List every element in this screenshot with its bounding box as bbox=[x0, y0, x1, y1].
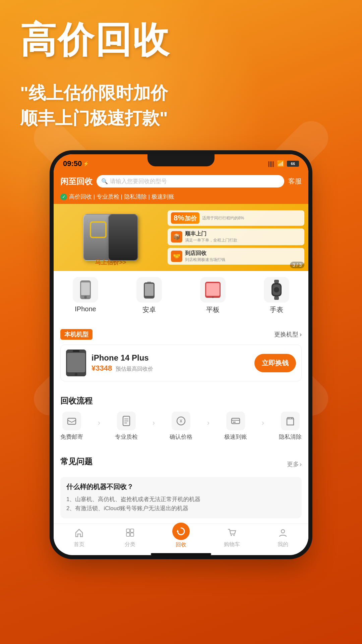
iphone-icon bbox=[73, 277, 98, 303]
store-icon: 🤝 bbox=[171, 251, 182, 262]
svg-rect-15 bbox=[67, 353, 85, 372]
svg-point-13 bbox=[274, 287, 279, 292]
faq-card[interactable]: 什么样的机器不回收？ 1、山寨机、高仿机、盗抢机或者无法正常开机的机器 2、有激… bbox=[60, 477, 302, 518]
model-info: iPhone 14 Plus ¥3348 预估最高回收价 bbox=[92, 353, 249, 373]
wifi-icon: 📶 bbox=[277, 160, 284, 167]
phone-notch bbox=[147, 154, 215, 166]
svg-marker-35 bbox=[177, 530, 179, 532]
svg-point-17 bbox=[75, 373, 77, 376]
tag-bar-text: 高价回收 | 专业质检 | 隐私清除 | 极速到账 bbox=[69, 193, 174, 201]
flow-label-2: 专业质检 bbox=[115, 433, 138, 441]
category-android[interactable]: 安卓 bbox=[117, 277, 181, 314]
nav-cart-label: 购物车 bbox=[224, 541, 240, 548]
banner-page-indicator: 3 / 3 bbox=[290, 262, 304, 268]
status-time: 09:50 ⚡ bbox=[63, 159, 89, 168]
svg-rect-4 bbox=[145, 284, 154, 296]
model-price-row: ¥3348 预估最高回收价 bbox=[92, 364, 249, 373]
category-iphone-label: IPhone bbox=[75, 305, 96, 313]
model-phone-image bbox=[66, 350, 86, 376]
faq-answer: 1、山寨机、高仿机、盗抢机或者无法正常开机的机器 2、有激活锁、iCloud账号… bbox=[66, 495, 296, 513]
model-card: iPhone 14 Plus ¥3348 预估最高回收价 立即换钱 bbox=[60, 344, 302, 381]
bottom-nav: 首页 分类 回收 购物车 我的 bbox=[54, 524, 308, 550]
model-header: 本机机型 更换机型 › bbox=[60, 329, 302, 340]
chevron-right-icon: › bbox=[300, 331, 302, 338]
model-price-label: 预估最高回收价 bbox=[116, 366, 153, 372]
flow-arrow-2: › bbox=[153, 419, 155, 427]
search-bar[interactable]: 🔍 请输入您要回收的型号 bbox=[97, 175, 284, 187]
category-row: IPhone 安卓 平板 手表 bbox=[54, 271, 308, 320]
chevron-right-icon-2: › bbox=[300, 461, 302, 468]
check-icon: ✓ bbox=[60, 194, 67, 200]
phone-images bbox=[86, 214, 135, 261]
svg-rect-27 bbox=[233, 422, 236, 423]
flow-item-4: 极速到账 bbox=[224, 412, 247, 441]
svg-rect-10 bbox=[274, 297, 279, 300]
signal-icon: |||| bbox=[268, 160, 274, 167]
svg-point-36 bbox=[231, 535, 232, 536]
flow-item-3: ¥ 确认价格 bbox=[170, 412, 192, 441]
flow-arrow-3: › bbox=[207, 419, 209, 427]
svg-rect-33 bbox=[126, 533, 130, 536]
customer-service-button[interactable]: 客服 bbox=[288, 177, 302, 186]
svg-rect-31 bbox=[126, 529, 130, 532]
faq-section: 常见问题 更多 › 什么样的机器不回收？ 1、山寨机、高仿机、盗抢机或者无法正常… bbox=[54, 451, 308, 524]
model-section: 本机机型 更换机型 › iPhone 14 Plus ¥3348 预估最高回收价… bbox=[54, 324, 308, 387]
recycle-icon bbox=[172, 527, 190, 540]
phone-mockup: 09:50 ⚡ |||| 📶 66 闲至回收 🔍 请输入您要回收的型号 客服 ✓… bbox=[54, 154, 308, 555]
banner-right: 8% 加价 适用于同行行程约的8% 📦 顺丰上门 满足一单下单，全程上门打款 🤝… bbox=[168, 206, 308, 269]
category-android-label: 安卓 bbox=[142, 305, 156, 314]
flow-label-1: 免费邮寄 bbox=[60, 433, 83, 441]
cart-icon bbox=[227, 528, 237, 540]
flow-item-2: 专业质检 bbox=[115, 412, 138, 441]
svg-rect-9 bbox=[274, 280, 279, 283]
category-tablet[interactable]: 平板 bbox=[181, 277, 245, 314]
delivery-icon: 📦 bbox=[171, 231, 182, 243]
category-iphone[interactable]: IPhone bbox=[54, 277, 117, 314]
category-watch-label: 手表 bbox=[270, 305, 283, 314]
home-indicator bbox=[151, 553, 211, 555]
faq-question: 什么样的机器不回收？ bbox=[66, 482, 296, 491]
banner-tag-1: 8% 加价 适用于同行行程约的8% bbox=[168, 210, 304, 226]
flow-label-4: 极速到账 bbox=[224, 433, 247, 441]
svg-point-8 bbox=[212, 297, 214, 298]
flow-label-5: 隐私清除 bbox=[279, 433, 302, 441]
nav-category[interactable]: 分类 bbox=[105, 528, 156, 548]
status-icons: |||| 📶 66 bbox=[268, 160, 299, 167]
mine-icon bbox=[278, 528, 288, 540]
model-change-button[interactable]: 更换机型 › bbox=[274, 330, 302, 338]
svg-rect-18 bbox=[68, 418, 76, 424]
faq-header: 常见问题 更多 › bbox=[60, 456, 302, 472]
app-logo: 闲至回收 bbox=[60, 176, 93, 187]
tag-bar: ✓ 高价回收 | 专业质检 | 隐私清除 | 极速到账 bbox=[54, 191, 308, 204]
faq-more-button[interactable]: 更多 › bbox=[287, 460, 302, 468]
nav-home-label: 首页 bbox=[74, 541, 84, 548]
category-watch[interactable]: 手表 bbox=[245, 277, 308, 314]
svg-rect-32 bbox=[130, 529, 134, 532]
hero-subtitle-line1: "线上估价限时加价 bbox=[20, 80, 168, 106]
nav-recycle[interactable]: 回收 bbox=[156, 527, 206, 548]
exchange-button[interactable]: 立即换钱 bbox=[254, 354, 296, 372]
banner-tag-3-content: 到店回收 到店检测极速当场打钱 bbox=[185, 250, 225, 263]
faq-answer-2: 2、有激活锁、iCloud账号等账户无法退出的机器 bbox=[66, 504, 296, 513]
banner-tag-3: 🤝 到店回收 到店检测极速当场打钱 bbox=[168, 248, 304, 265]
nav-home[interactable]: 首页 bbox=[54, 528, 105, 548]
category-tablet-label: 平板 bbox=[206, 305, 220, 314]
banner-left: 马上估价>> bbox=[54, 204, 168, 271]
nav-mine[interactable]: 我的 bbox=[257, 528, 308, 548]
flow-icon-4 bbox=[226, 412, 245, 430]
faq-title: 常见问题 bbox=[60, 456, 93, 467]
svg-rect-34 bbox=[130, 533, 134, 536]
banner[interactable]: 马上估价>> 8% 加价 适用于同行行程约的8% 📦 顺丰上门 满足一单下单，全… bbox=[54, 204, 308, 271]
battery-icon: 66 bbox=[287, 161, 299, 167]
category-icon bbox=[125, 528, 135, 540]
hero-title: 高价回收 bbox=[20, 20, 170, 60]
svg-rect-1 bbox=[81, 282, 90, 295]
svg-rect-5 bbox=[147, 282, 151, 283]
svg-point-38 bbox=[281, 530, 285, 533]
flow-arrow-1: › bbox=[98, 419, 100, 427]
model-name: iPhone 14 Plus bbox=[92, 353, 249, 363]
search-placeholder: 请输入您要回收的型号 bbox=[110, 177, 167, 185]
search-icon: 🔍 bbox=[101, 178, 108, 184]
nav-cart[interactable]: 购物车 bbox=[206, 528, 257, 548]
app-header: 闲至回收 🔍 请输入您要回收的型号 客服 bbox=[54, 172, 308, 191]
